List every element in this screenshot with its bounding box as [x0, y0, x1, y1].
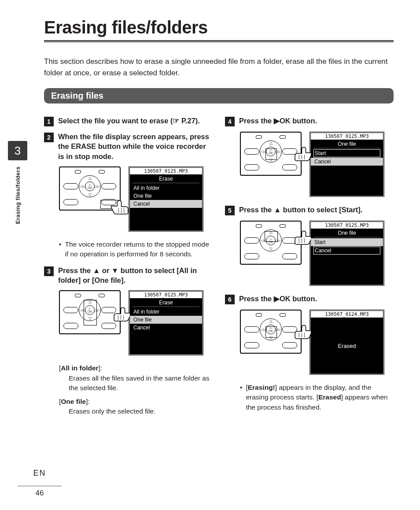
device-diagram: △▽ ◁◁▷▷ ▷OK	[240, 221, 302, 265]
step-number: 2	[44, 133, 54, 142]
chapter-number: 3	[8, 141, 27, 160]
step-number: 5	[225, 206, 235, 215]
screen-filename: 130507_0125.MP3	[311, 222, 383, 229]
title-rule-thick	[44, 40, 394, 42]
step-number: 3	[44, 266, 54, 276]
up-arrow-icon: ▲	[93, 266, 100, 274]
step-text: Press the ▶OK button.	[239, 294, 317, 304]
step-3-figures: △▽ ◁◁▷▷ ▷OK 130507_0125.MP3	[59, 290, 213, 355]
play-icon: ▶	[274, 117, 280, 125]
intro-paragraph: This section describes how to erase a si…	[44, 56, 394, 78]
definition-all-in-folder: [All in folder]: Erases all the files sa…	[59, 363, 213, 393]
step-text: Select the file you want to erase (☞ P.2…	[58, 116, 200, 126]
column-left: 1 Select the file you want to erase (☞ P…	[44, 116, 213, 419]
play-icon: ▶	[274, 295, 280, 303]
definition-one-file: [One file]: Erases only the selected fil…	[59, 397, 213, 417]
step-4: 4 Press the ▶OK button.	[225, 116, 394, 126]
device-diagram: △▽ ◁◁▷▷ ▷OK	[240, 132, 302, 176]
section-header: Erasing files	[44, 88, 394, 103]
step-6-figures: △▽ ◁◁▷▷ ▷OK 130507_0124.MP3	[240, 310, 394, 375]
step-6: 6 Press the ▶OK button.	[225, 294, 394, 304]
step-3: 3 Press the ▲ or ▼ button to select [All…	[44, 266, 213, 285]
screen-filename: 130507_0125.MP3	[311, 133, 383, 140]
column-right: 4 Press the ▶OK button. △▽ ◁◁▷▷ ▷OK	[225, 116, 394, 419]
chapter-label: Erasing files/folders	[15, 166, 21, 224]
screen-onefile-cancel: 130507_0125.MP3 One file Start Cancel	[309, 132, 384, 197]
step-number: 6	[225, 295, 235, 304]
page-footer: EN 46	[18, 469, 62, 498]
step-number: 1	[44, 117, 54, 126]
language-label: EN	[18, 469, 62, 478]
step-text: Press the ▲ button to select [Start].	[239, 205, 362, 215]
device-diagram: △▽ ◁◁▷▷ ▷OK	[59, 166, 121, 211]
step-text: Press the ▲ or ▼ button to select [All i…	[58, 266, 213, 285]
device-diagram: △▽ ◁◁▷▷ ▷OK	[240, 310, 302, 354]
ok-button-icon: ▷OK	[85, 181, 95, 191]
hand-pointer-icon	[109, 199, 129, 217]
footer-rule	[18, 486, 62, 486]
screen-filename: 130507_0124.MP3	[311, 311, 383, 318]
step-1: 1 Select the file you want to erase (☞ P…	[44, 116, 213, 126]
step-2: 2 When the file display screen appears, …	[44, 132, 213, 161]
screen-erased: 130507_0124.MP3 Erased	[309, 310, 384, 375]
step-6-note: • [Erasing!] appears in the display, and…	[240, 383, 394, 412]
step-2-note: •The voice recorder returns to the stopp…	[59, 240, 213, 259]
screen-filename: 130507_0125.MP3	[130, 292, 202, 299]
step-5: 5 Press the ▲ button to select [Start].	[225, 205, 394, 215]
step-number: 4	[225, 117, 235, 126]
page-title: Erasing files/folders	[44, 18, 394, 37]
screen-erase-menu: 130507_0125.MP3 Erase All in folder One …	[129, 166, 203, 232]
step-5-figures: △▽ ◁◁▷▷ ▷OK 130507_0125.MP3	[240, 221, 394, 286]
step-text: When the file display screen appears, pr…	[58, 132, 213, 161]
screen-onefile-start: 130507_0125.MP3 One file Start Cancel	[309, 221, 384, 286]
step-4-figures: △▽ ◁◁▷▷ ▷OK 130507_0125.MP3	[240, 132, 394, 197]
side-chapter-tab: 3 Erasing files/folders	[8, 141, 27, 224]
device-diagram: △▽ ◁◁▷▷ ▷OK	[59, 290, 121, 334]
step-text: Press the ▶OK button.	[239, 116, 317, 126]
down-arrow-icon: ▼	[111, 266, 118, 274]
up-arrow-icon: ▲	[274, 206, 281, 214]
screen-filename: 130507_0125.MP3	[130, 168, 202, 175]
content-columns: 1 Select the file you want to erase (☞ P…	[44, 116, 394, 419]
title-rule-thin	[44, 42, 394, 43]
step-2-figures: △▽ ◁◁▷▷ ▷OK 130507_0125.MP3	[59, 166, 213, 232]
screen-erase-select: 130507_0125.MP3 Erase All in folder One …	[129, 290, 203, 355]
page-number: 46	[18, 489, 62, 498]
